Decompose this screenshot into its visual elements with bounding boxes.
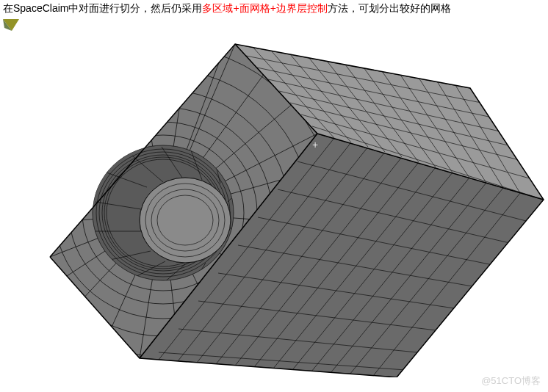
caption-text: 在SpaceClaim中对面进行切分，然后仍采用多区域+面网格+边界层控制方法，… — [3, 1, 451, 16]
coordinate-triad-icon — [1, 18, 21, 32]
watermark-text: @51CTO博客 — [481, 374, 541, 388]
caption-post: 方法，可划分出较好的网格 — [328, 2, 451, 14]
svg-point-41 — [140, 178, 231, 263]
mesh-render — [0, 15, 548, 377]
caption-pre: 在SpaceClaim中对面进行切分，然后仍采用 — [3, 2, 202, 14]
caption-highlight: 多区域+面网格+边界层控制 — [202, 2, 327, 14]
